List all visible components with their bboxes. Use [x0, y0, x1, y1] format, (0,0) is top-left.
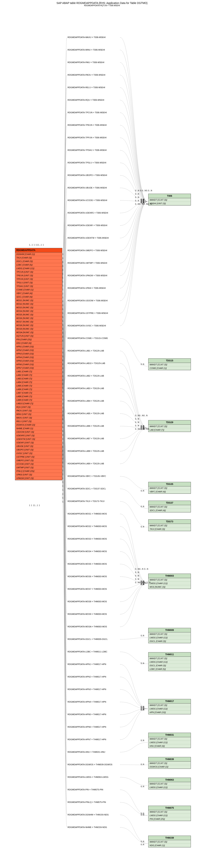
cardinality-cluster: 0..N0..N 0..N — [135, 568, 149, 570]
main-field-row: LDBC [CHAR (5)] — [15, 263, 62, 267]
relation-label: RDGMDAPPDATA-UBOPO = T006-MSEHI — [68, 174, 107, 176]
main-field-row: UBOPO [UNIT (3)] — [15, 448, 62, 452]
side-field-row: PIN [CHAR (25)] — [149, 817, 191, 821]
cardinality-left: 1 — [62, 462, 63, 464]
side-field-row: MANDT [CLNT (3)] — [149, 810, 191, 814]
side-field-row: MANDT [CLNT (3)] — [149, 782, 191, 786]
cardinality-left: 1 — [62, 438, 63, 440]
main-field-row: RELU [UNIT (3)] — [15, 420, 62, 423]
main-field-row: LAB6 [CHAR (7)] — [15, 388, 62, 391]
side-table-header: THM009 — [149, 628, 191, 632]
cardinality-left: 1 — [62, 332, 63, 334]
side-table-thm075: THM075MANDT [CLNT (3)]LWDG [CHAR (12)]PI… — [148, 806, 191, 821]
cardinality-left: 1 — [62, 340, 63, 342]
main-field-row: UDENFI [UNIT (3)] — [15, 441, 62, 444]
main-field-row: HPN4 [CHAR (10)] — [15, 355, 62, 359]
side-table-t006: T006MANDT [CLNT (3)]MSEHI [UNIT (3)] — [148, 194, 191, 206]
main-field-row: HPN1 [CHAR (10)] — [15, 345, 62, 348]
cardinality-cluster-left-bottom: 1 1 11..1 1 — [29, 504, 40, 506]
cardinality-left: 1 — [62, 324, 63, 326]
cardinality-right: 0..N — [141, 739, 144, 742]
side-table-header: THM063 — [149, 778, 191, 782]
relation-label: RDGMDAPPDATA-PAOU = T006-MSEHI — [68, 74, 105, 76]
main-field-row: UMEPO [UNIT (3)] — [15, 459, 62, 462]
cardinality-left: 1 — [62, 261, 63, 263]
relation-label: RDGMDAPPDATA-UDENFI = T006-MSEHI — [68, 224, 107, 226]
main-field-row: MINU [UNIT (3)] — [15, 412, 62, 416]
cardinality-left: 1 — [62, 426, 63, 428]
side-field-row: MSEHI [UNIT (3)] — [149, 202, 191, 205]
cardinality-right: 0..N — [141, 363, 144, 365]
side-field-row: MANDT [CLNT (3)] — [149, 198, 191, 202]
side-field-row: LWDG [CHAR (12)] — [149, 582, 191, 585]
cardinality-left: 1 — [62, 458, 63, 460]
cardinality-cluster: 0..N — [135, 425, 139, 427]
side-table-header: TDG29 — [149, 420, 191, 425]
cardinality-left: 1 — [62, 418, 63, 420]
cardinality-left: 1 — [62, 371, 63, 373]
side-field-row: LWDG [CHAR (12)] — [149, 814, 191, 817]
cardinality-left: 1 — [62, 430, 63, 432]
cardinality-left: 1 — [62, 351, 63, 353]
main-field-row: PAOU [UNIT (3)] — [15, 409, 62, 412]
relation-label: RDGMDAPPDATA-MOS5 = THM003-MOS — [68, 563, 107, 565]
cardinality-left: 1 — [62, 300, 63, 303]
cardinality-right: 0..N — [141, 840, 144, 842]
side-table-thm063: THM063MANDT [CLNT (3)]LWDG [CHAR (12)] — [148, 778, 191, 789]
relation-label: RDGMDAPPDATA-TKUI = TDG73-TKUI — [68, 500, 105, 502]
main-field-row: UDENFE [UNIT (3)] — [15, 434, 62, 437]
side-field-row: MANDT [CLNT (3)] — [149, 704, 191, 707]
relation-label: RDGMDAPPDATA-HPN2 = THM017-HPN — [68, 676, 106, 678]
cardinality-left: 1 — [62, 410, 63, 412]
main-table-header: RDGMDAPPDATA — [15, 248, 62, 252]
cardinality-left: 1 — [62, 395, 63, 397]
main-field-row: MOS2 [NUMC (3)] — [15, 302, 62, 306]
relation-label: RDGMDAPPDATA-LAB3 = TDG29-LAB — [68, 387, 104, 390]
side-table-header: THM003 — [149, 574, 191, 578]
main-field-row: DGWOS [CHAR (2)] — [15, 423, 62, 427]
relation-label: RDGMDAPPDATA-MOSA = THM003-MOS — [68, 625, 107, 628]
side-table-tdg35: TDG35MANDT [CLNT (3)]VBFC [CHAR (4)] — [148, 482, 191, 494]
main-field-row: UCOOE [UNIT (3)] — [15, 462, 62, 466]
cardinality-cluster: 0..N0..N0..N0..N — [135, 203, 152, 205]
cardinality-left: 1 — [62, 414, 63, 416]
main-field-row: MOS4 [NUMC (3)] — [15, 309, 62, 313]
cardinality-left: 1 — [62, 359, 63, 362]
main-field-row: TPCUN [UNIT (3)] — [15, 270, 62, 274]
cardinality-left: 1 — [62, 387, 63, 389]
cardinality-right: 0..N — [141, 662, 144, 664]
relation-label: RDGMDAPPDATA-NHME = THM159-NDG — [68, 826, 107, 828]
main-field-row: UPAGW [UNIT (3)] — [15, 476, 62, 480]
main-field-row: MOS3 [NUMC (3)] — [15, 306, 62, 309]
cardinality-cluster: 0..N — [135, 575, 139, 577]
page-subtitle: RDGMDAPPDATA-HQTUN = T006-MSEHI — [0, 4, 204, 8]
cardinality-left: 1 — [62, 442, 63, 444]
main-field-row: TPFUN [UNIT (3)] — [15, 277, 62, 281]
side-field-row: MANDT [CLNT (3)] — [149, 632, 191, 636]
main-field-row: PIN [CHAR (25)] — [15, 338, 62, 341]
cardinality-right: 0..N — [141, 490, 144, 492]
relation-label: RDGMDAPPDATA-MOS8 = THM003-MOS — [68, 600, 107, 602]
cardinality-left: 1 — [62, 316, 63, 318]
relation-label: RDGMDAPPDATA-MOS3 = THM003-MOS — [68, 538, 107, 540]
cardinality-right: 0..N — [141, 843, 144, 845]
main-field-row: TKUI [CHAR (3)] — [15, 256, 62, 259]
cardinality-left: 1 — [62, 454, 63, 456]
main-field-row: HPN7 [CHAR (10)] — [15, 366, 62, 370]
side-field-row: LWDG [CHAR (12)] — [149, 786, 191, 789]
main-field-row: SDCL [CHAR (4)] — [15, 295, 62, 299]
cardinality-left: 1 — [62, 383, 63, 385]
cardinality-left: 1 — [62, 391, 63, 393]
side-field-row: MANDT [CLNT (3)] — [149, 737, 191, 741]
cardinality-left: 1 — [62, 379, 63, 381]
side-field-row: MANDT [CLNT (3)] — [149, 505, 191, 509]
side-table-header: THM011 — [149, 652, 191, 657]
main-table: RDGMDAPPDATA DGNHM [CHAR (1)]TKUI [CHAR … — [15, 248, 62, 480]
relation-label: RDGMDAPPDATA-MINU = T006-MSEHI — [68, 49, 105, 51]
cardinality-cluster: 0..N — [135, 193, 139, 195]
cardinality-cluster: 0..N0..N0..N — [135, 414, 148, 416]
relation-label: RDGMDAPPDATA-UBUDE = T006-MSEHI — [68, 187, 107, 189]
cardinality-left: 1 — [62, 375, 63, 377]
main-field-row: UPASI [UNIT (3)] — [15, 473, 62, 476]
cardinality-cluster: 0..N — [135, 578, 139, 580]
